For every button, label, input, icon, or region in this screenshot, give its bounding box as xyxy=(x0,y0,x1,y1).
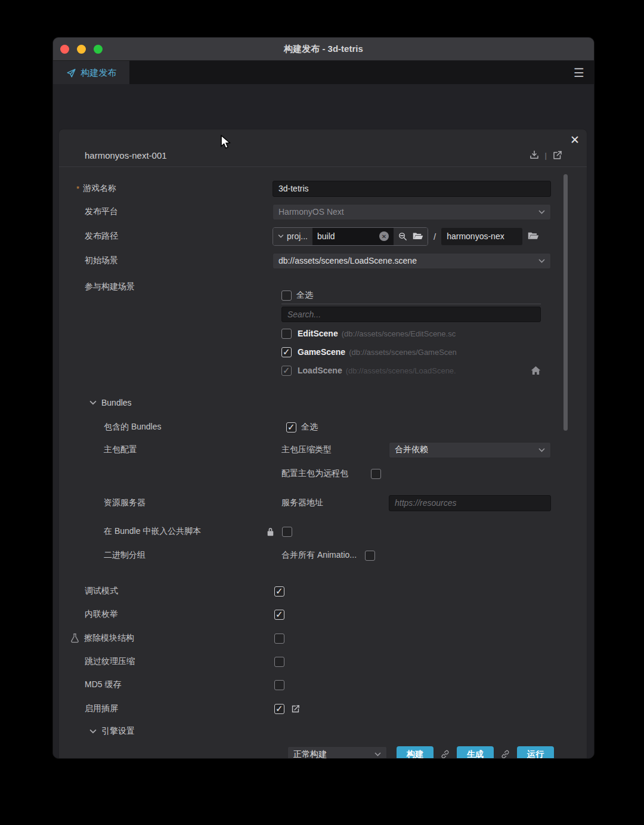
browse-folder-icon[interactable] xyxy=(528,231,539,241)
binary-group-label: 二进制分组 xyxy=(85,550,273,561)
scene-path: (db://assets/scenes/GameScen xyxy=(349,348,541,357)
form-row-binary-group: 二进制分组 合并所有 Animatio... xyxy=(85,547,551,564)
tab-build-publish[interactable]: 构建发布 xyxy=(53,61,129,85)
preview-path-icon[interactable] xyxy=(398,231,408,242)
server-address-input[interactable] xyxy=(389,495,551,511)
form-row-start-scene: 初始场景 db://assets/scenes/LoadScene.scene xyxy=(85,252,551,269)
run-button[interactable]: 运行 xyxy=(517,746,554,759)
embed-script-checkbox[interactable] xyxy=(282,527,292,537)
compression-type-select[interactable]: 合并依赖 xyxy=(389,442,551,458)
build-mode-select[interactable]: 正常构建 xyxy=(287,746,387,759)
clear-path-icon[interactable]: ✕ xyxy=(379,231,389,241)
chevron-down-icon xyxy=(538,448,545,452)
lock-icon xyxy=(267,527,274,536)
menu-icon[interactable]: ☰ xyxy=(569,61,589,85)
zoom-window-button[interactable] xyxy=(94,45,103,54)
form-row-resource-server: 资源服务器 服务器地址 xyxy=(85,495,551,511)
footer-actions: 正常构建 构建 生成 运行 xyxy=(59,746,554,759)
skip-texture-label: 跳过纹理压缩 xyxy=(85,656,273,667)
compression-type-value: 合并依赖 xyxy=(395,444,534,455)
merge-animation-label: 合并所有 Animatio... xyxy=(281,550,357,561)
scenes-select-all-row: 全选 xyxy=(281,288,541,302)
debug-mode-checkbox[interactable] xyxy=(274,586,284,597)
form-row-game-name: * 游戏名称 xyxy=(85,180,551,197)
merge-animation-checkbox[interactable] xyxy=(365,551,375,561)
form-row-option: 调试模式 xyxy=(85,583,551,600)
inline-enum-checkbox[interactable] xyxy=(274,610,284,620)
link-chain-icon xyxy=(440,749,450,759)
experimental-flask-icon xyxy=(70,634,79,643)
scene-search xyxy=(281,307,541,322)
game-name-input[interactable] xyxy=(273,181,551,197)
build-button[interactable]: 构建 xyxy=(397,746,434,759)
chevron-down-icon xyxy=(278,234,284,238)
bundles-section-title: Bundles xyxy=(101,398,132,407)
remote-bundle-checkbox[interactable] xyxy=(371,469,381,479)
paper-plane-icon xyxy=(66,68,76,78)
scene-checkbox[interactable] xyxy=(281,329,292,339)
export-config-icon[interactable] xyxy=(552,150,563,160)
generate-button[interactable]: 生成 xyxy=(457,746,494,759)
scenes-label: 参与构建场景 xyxy=(85,282,273,292)
server-address-label: 服务器地址 xyxy=(281,498,323,508)
game-name-label: 游戏名称 xyxy=(83,183,116,194)
scene-path: (db://assets/scenes/LoadScene. xyxy=(346,366,528,375)
scenes-select-all-checkbox[interactable] xyxy=(281,291,292,301)
form-row-embed-script: 在 Bundle 中嵌入公共脚本 xyxy=(85,523,551,540)
panel-header: harmonyos-next-001 | xyxy=(59,129,587,167)
scene-list-item: GameScene (db://assets/scenes/GameScen xyxy=(281,345,541,359)
build-path-group: proj... build ✕ xyxy=(273,227,428,246)
compression-type-label: 主包压缩类型 xyxy=(281,444,332,455)
minimize-window-button[interactable] xyxy=(77,45,86,54)
chevron-down-icon xyxy=(374,752,381,756)
form-row-build-path: 发布路径 proj... build ✕ xyxy=(85,227,551,245)
scene-checkbox[interactable] xyxy=(281,347,292,357)
chevron-down-icon xyxy=(538,259,545,263)
md5-cache-label: MD5 缓存 xyxy=(85,679,273,690)
start-scene-value: db://assets/scenes/LoadScene.scene xyxy=(278,256,534,265)
build-path-label: 发布路径 xyxy=(85,231,273,242)
form-row-platform: 发布平台 HarmonyOS Next xyxy=(85,203,551,220)
header-separator: | xyxy=(545,151,547,160)
resource-server-label: 资源服务器 xyxy=(85,498,273,508)
debug-mode-label: 调试模式 xyxy=(85,586,273,597)
import-config-icon[interactable] xyxy=(529,150,540,160)
chevron-down-icon xyxy=(538,210,545,214)
task-name: harmonyos-next-001 xyxy=(85,150,167,160)
bundles-select-all-label: 全选 xyxy=(301,422,318,432)
scenes-select-all-label: 全选 xyxy=(296,290,313,301)
panel-scrollbar[interactable] xyxy=(564,174,568,431)
skip-texture-checkbox[interactable] xyxy=(274,657,284,667)
scene-list-item: LoadScene (db://assets/scenes/LoadScene. xyxy=(281,363,541,378)
close-window-button[interactable] xyxy=(60,45,69,54)
scene-list-item: EditScene (db://assets/scenes/EditScene.… xyxy=(281,326,541,341)
collapse-chevron-icon xyxy=(89,729,97,734)
splash-screen-label: 启用插屏 xyxy=(85,703,273,714)
edit-splash-icon[interactable] xyxy=(290,704,301,714)
scene-search-input[interactable] xyxy=(281,307,541,322)
scene-checkbox xyxy=(281,366,292,376)
form-row-option: 内联枚举 xyxy=(85,606,551,623)
bundles-section-header[interactable]: Bundles xyxy=(89,395,132,410)
path-root-select[interactable]: proj... xyxy=(273,228,312,245)
erase-module-checkbox[interactable] xyxy=(274,634,284,644)
inline-enum-label: 内联枚举 xyxy=(85,609,273,620)
erase-module-label: 擦除模块结构 xyxy=(84,633,134,644)
md5-cache-checkbox[interactable] xyxy=(274,680,284,690)
build-content-area: ✕ harmonyos-next-001 | * 游戏名称 xyxy=(53,84,594,758)
tab-bar: 构建发布 ☰ xyxy=(53,61,594,85)
bundles-select-all-checkbox[interactable] xyxy=(286,422,296,432)
form-row-remote-bundle: 配置主包为远程包 xyxy=(85,465,551,482)
build-task-panel: ✕ harmonyos-next-001 | * 游戏名称 xyxy=(58,129,587,759)
platform-select[interactable]: HarmonyOS Next xyxy=(273,204,551,220)
splash-screen-checkbox[interactable] xyxy=(274,704,284,714)
start-scene-select[interactable]: db://assets/scenes/LoadScene.scene xyxy=(273,253,551,269)
path-subfolder-value[interactable]: harmonyos-nex xyxy=(441,228,522,245)
engine-settings-header[interactable]: 引擎设置 xyxy=(89,724,135,739)
path-separator: / xyxy=(434,231,436,242)
path-folder-input[interactable]: build ✕ xyxy=(312,228,394,245)
engine-settings-title: 引擎设置 xyxy=(101,726,135,737)
build-mode-value: 正常构建 xyxy=(293,749,370,759)
scene-name: GameScene xyxy=(298,347,345,357)
open-folder-icon[interactable] xyxy=(413,232,423,241)
